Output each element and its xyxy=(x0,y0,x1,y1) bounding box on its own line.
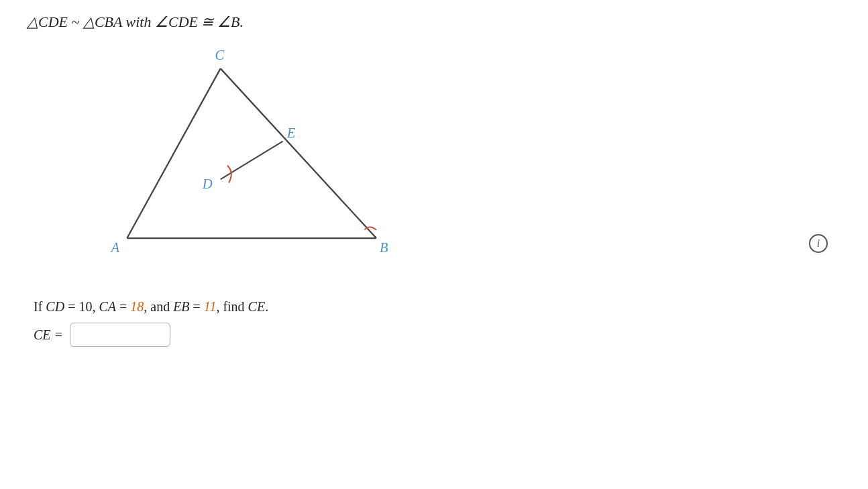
svg-text:D: D xyxy=(202,176,213,191)
eb-value: 11 xyxy=(204,299,217,314)
svg-text:A: A xyxy=(110,240,120,255)
main-content: △CDE ~ △CBA with ∠CDE ≅ ∠B. C xyxy=(0,0,868,360)
svg-text:C: C xyxy=(215,48,224,62)
ce-label: CE = xyxy=(34,327,63,343)
info-symbol: i xyxy=(817,237,820,250)
given-info: If CD = 10, CA = 18, and EB = 11, find C… xyxy=(34,299,841,315)
ca-value: 18 xyxy=(130,299,144,314)
problem-statement: △CDE ~ △CBA with ∠CDE ≅ ∠B. xyxy=(27,13,841,31)
answer-row: CE = xyxy=(34,323,841,347)
ce-input[interactable] xyxy=(70,323,170,347)
info-icon[interactable]: i xyxy=(809,234,828,253)
svg-line-2 xyxy=(221,68,376,238)
svg-text:B: B xyxy=(380,240,388,255)
svg-line-1 xyxy=(127,68,220,238)
svg-text:E: E xyxy=(286,125,296,140)
diagram-container: C E D A B xyxy=(80,44,416,259)
geometry-diagram: C E D A B xyxy=(80,44,416,259)
svg-line-3 xyxy=(221,142,283,180)
